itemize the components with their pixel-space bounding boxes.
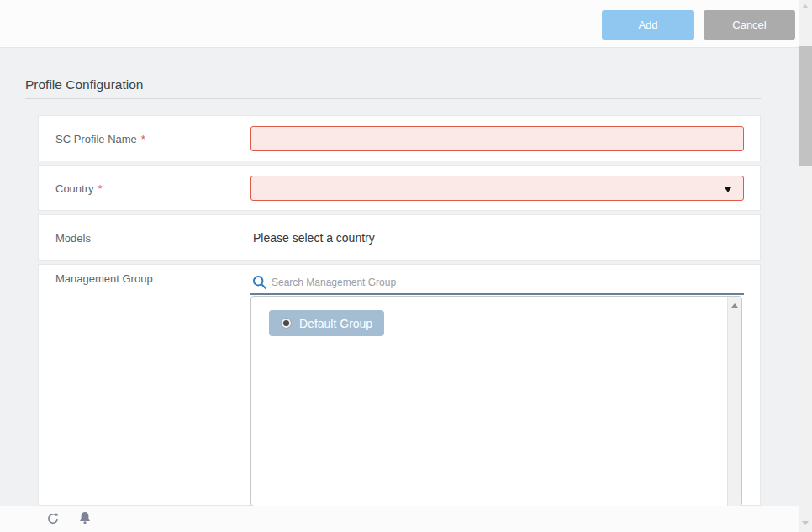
required-asterisk: * — [141, 132, 145, 145]
models-label-text: Models — [55, 231, 91, 244]
notifications-button[interactable] — [76, 511, 93, 528]
footer-bar — [0, 506, 799, 532]
header-bar: Add Cancel — [0, 0, 812, 48]
cancel-button[interactable]: Cancel — [704, 10, 795, 40]
scrollbar-up-icon[interactable] — [731, 303, 738, 308]
management-group-search-input[interactable] — [272, 272, 738, 292]
scrollbar-up-icon[interactable] — [802, 4, 809, 8]
search-icon — [252, 275, 267, 290]
form-row-sc-profile-name: SC Profile Name* — [38, 115, 761, 161]
models-label: Models — [55, 231, 91, 244]
radio-checked-icon — [281, 318, 292, 329]
management-group-search — [250, 271, 744, 295]
sc-profile-name-input[interactable] — [250, 126, 744, 151]
management-group-label-text: Management Group — [55, 272, 153, 285]
scrollbar-thumb[interactable] — [799, 46, 812, 166]
page-scrollbar[interactable] — [799, 0, 812, 532]
refresh-button[interactable] — [45, 511, 61, 528]
sc-profile-name-label-text: SC Profile Name — [55, 132, 137, 145]
bell-icon — [78, 511, 92, 525]
option-default-group[interactable]: Default Group — [269, 310, 384, 336]
form-row-country: Country* — [38, 165, 761, 211]
form-row-models: Models Please select a country — [38, 214, 761, 261]
refresh-icon — [45, 511, 61, 526]
sc-profile-name-label: SC Profile Name* — [55, 132, 145, 145]
dropdown-arrow-icon — [725, 187, 731, 192]
listbox-scrollbar[interactable] — [727, 297, 741, 506]
management-group-label: Management Group — [55, 272, 153, 285]
country-select[interactable] — [250, 176, 744, 201]
form-row-management-group: Management Group Default Group — [38, 264, 761, 506]
option-label: Default Group — [299, 317, 372, 330]
required-asterisk: * — [98, 182, 103, 194]
title-divider — [25, 98, 761, 99]
page-title: Profile Configuration — [25, 77, 143, 92]
country-label: Country* — [55, 182, 103, 194]
country-label-text: Country — [55, 182, 94, 194]
management-group-listbox: Default Group — [250, 296, 742, 507]
models-message: Please select a country — [253, 215, 375, 260]
add-button[interactable]: Add — [602, 10, 694, 40]
scrollbar-down-icon[interactable] — [802, 521, 809, 525]
